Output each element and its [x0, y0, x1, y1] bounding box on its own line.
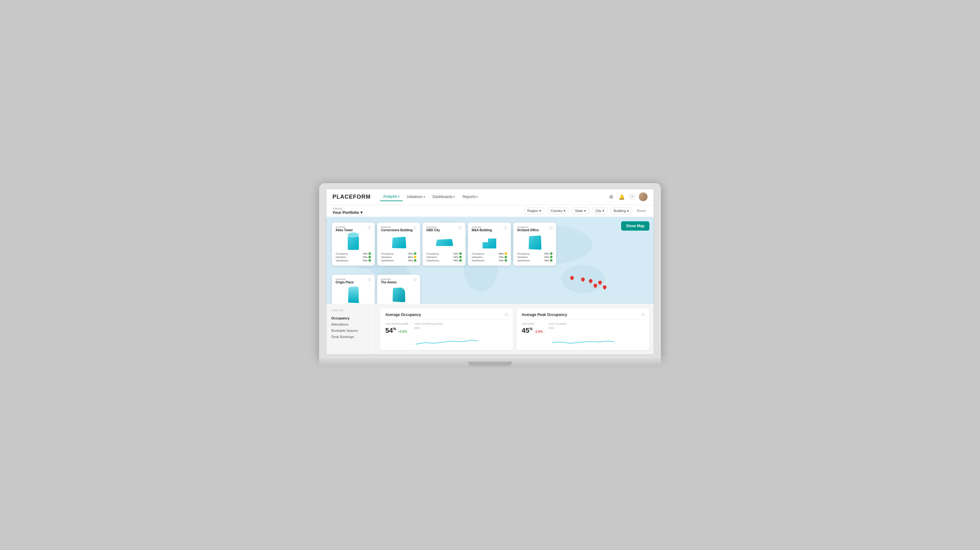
- view-by-desk-bookings[interactable]: Desk Bookings: [331, 334, 371, 340]
- chevron-down-icon: ▾: [584, 209, 586, 213]
- period-label-2: Last 13 working weeks: [415, 322, 443, 325]
- filter-region[interactable]: Region ▾: [524, 207, 545, 214]
- status-dot-green: [414, 259, 416, 262]
- building-card-atlas-tower[interactable]: Australia Atlas Tower ⓘ Occupancy 72%: [332, 222, 375, 266]
- metric-card-header: Average Peak Occupancy ⓘ: [522, 312, 644, 317]
- nav-bar: Analysis ▾ Initiatives ▾ Dashboards ▾ Re…: [380, 192, 608, 201]
- status-dot-yellow: [504, 252, 507, 255]
- nav-dashboards[interactable]: Dashboards ▾: [430, 192, 458, 201]
- metric-card-title: Average Occupancy: [385, 312, 421, 317]
- view-by-bookable-spaces[interactable]: Bookable Spaces: [331, 328, 371, 334]
- nav-initiatives[interactable]: Initiatives ▾: [404, 192, 428, 201]
- status-dot-green: [369, 259, 371, 262]
- period-label-1: Last working week: [385, 322, 408, 325]
- metric-row-satisfaction: Satisfaction 79%: [517, 259, 552, 262]
- chevron-down-icon: ▾: [398, 195, 399, 198]
- reset-button[interactable]: Reset: [635, 208, 648, 214]
- help-icon[interactable]: ?: [629, 194, 635, 200]
- filter-building[interactable]: Building ▾: [610, 207, 632, 214]
- building-illustration: [381, 235, 416, 250]
- building-country: Australia: [336, 278, 353, 281]
- chart-max-label: 80%: [549, 327, 567, 330]
- metric-card-avg-occupancy: Average Occupancy ⓘ Last working week 54…: [380, 308, 513, 350]
- building-name: Cornerstone Building: [381, 228, 413, 232]
- nav-analysis[interactable]: Analysis ▾: [380, 192, 402, 201]
- metric-row-satisfaction: Satisfaction 79%: [472, 259, 507, 262]
- building-card-the-annex[interactable]: Australia The Annex ⓘ Occupancy 69%: [377, 275, 420, 304]
- metric-value: 54%: [385, 327, 396, 334]
- portfolio-selector[interactable]: Your Portfolio ▾: [332, 210, 524, 215]
- filter-country[interactable]: Country ▾: [547, 207, 569, 214]
- chevron-down-icon: ▾: [360, 210, 363, 215]
- building-illustration: [517, 235, 552, 250]
- nav-reports[interactable]: Reports ▾: [459, 192, 481, 201]
- filter-state[interactable]: State ▾: [571, 207, 589, 214]
- metric-row-occupancy: Occupancy 72%: [336, 252, 371, 255]
- building-illustration: [336, 287, 371, 303]
- info-icon[interactable]: ⓘ: [368, 226, 371, 230]
- metric-row-utilisation: Utilisation 74%: [336, 256, 371, 258]
- building-card-orchard-office[interactable]: Singapore Orchard Office ⓘ Occupancy 72%: [513, 222, 556, 266]
- metric-row-satisfaction: Satisfaction 79%: [336, 259, 371, 262]
- status-dot-green: [459, 252, 462, 255]
- metric-chart: [385, 336, 508, 346]
- building-card-gbd-city[interactable]: Germany GBD City ⓘ Occupancy 72%: [423, 222, 465, 266]
- metric-row-occupancy: Occupancy 72%: [517, 252, 552, 255]
- building-cards-row-1: Australia Atlas Tower ⓘ Occupancy 72%: [332, 222, 556, 266]
- building-card-cornerstone[interactable]: Malaysia Cornerstone Building ⓘ Occupanc…: [377, 222, 420, 266]
- building-card-ma-building[interactable]: Australia M&A Building ⓘ Occupancy 69%: [468, 222, 511, 266]
- info-icon[interactable]: ⓘ: [505, 312, 508, 317]
- view-by-occupancy[interactable]: Occupancy: [331, 315, 371, 321]
- show-map-button[interactable]: Show Map: [621, 221, 649, 231]
- status-dot-green: [369, 252, 371, 255]
- laptop-base: [319, 358, 661, 367]
- metric-change: +3.5%: [398, 330, 407, 333]
- building-name: Orchard Office: [517, 228, 539, 232]
- chevron-down-icon: ▾: [564, 209, 565, 213]
- building-country: Singapore: [517, 226, 539, 228]
- metric-chart: [522, 336, 644, 346]
- status-dot-yellow: [414, 256, 416, 258]
- chevron-down-icon: ▾: [603, 209, 605, 213]
- info-icon[interactable]: ⓘ: [368, 278, 371, 282]
- metric-row-utilisation: Utilisation 74%: [517, 256, 552, 258]
- building-cards-row-2: Australia Origin Place ⓘ Occupancy 72%: [332, 275, 420, 304]
- metric-card-title: Average Peak Occupancy: [522, 312, 567, 317]
- info-icon[interactable]: ⓘ: [413, 226, 416, 230]
- info-icon[interactable]: ⓘ: [413, 278, 416, 282]
- app-header: PLACEFORM Analysis ▾ Initiatives ▾ Dashb…: [326, 189, 654, 205]
- metric-change: -1.5%: [535, 330, 542, 333]
- status-dot-green: [550, 252, 552, 255]
- info-icon[interactable]: ⓘ: [641, 312, 644, 317]
- metric-row-utilisation: Utilisation 74%: [472, 256, 507, 258]
- laptop-screen: PLACEFORM Analysis ▾ Initiatives ▾ Dashb…: [326, 189, 654, 355]
- building-name: M&A Building: [472, 228, 492, 232]
- view-by-attendance[interactable]: Attendance: [331, 321, 371, 328]
- metric-row-utilisation: Utilisation 74%: [426, 256, 462, 258]
- view-by-panel: VIEW BY Occupancy Attendance Bookable Sp…: [326, 304, 376, 355]
- status-dot-green: [550, 256, 552, 258]
- metric-value: 45%: [522, 327, 533, 334]
- info-icon[interactable]: ⓘ: [459, 226, 462, 230]
- avatar[interactable]: [639, 192, 648, 201]
- building-card-origin-place[interactable]: Australia Origin Place ⓘ Occupancy 72%: [332, 275, 375, 304]
- screen-bezel: PLACEFORM Analysis ▾ Initiatives ▾ Dashb…: [319, 183, 661, 358]
- info-icon[interactable]: ⓘ: [504, 226, 507, 230]
- status-dot-green: [459, 259, 462, 262]
- metrics-cards: Average Occupancy ⓘ Last working week 54…: [376, 304, 654, 355]
- status-dot-green: [504, 259, 507, 262]
- bell-icon[interactable]: 🔔: [618, 193, 625, 200]
- settings-icon[interactable]: ⚙: [608, 193, 615, 200]
- building-country: Australia: [472, 226, 492, 228]
- filter-city[interactable]: City ▾: [592, 207, 608, 214]
- metric-row-utilisation: Utilisation 66%: [381, 256, 416, 258]
- viewing-label: Viewing: [332, 207, 524, 210]
- building-country: Australia: [336, 226, 353, 228]
- header-actions: ⚙ 🔔 ?: [608, 192, 648, 201]
- period-label-1: Last week: [522, 322, 542, 325]
- app-logo: PLACEFORM: [332, 194, 371, 200]
- chevron-down-icon: ▾: [476, 195, 478, 198]
- status-dot-green: [550, 259, 552, 262]
- laptop-notch: [468, 361, 512, 366]
- info-icon[interactable]: ⓘ: [549, 226, 552, 230]
